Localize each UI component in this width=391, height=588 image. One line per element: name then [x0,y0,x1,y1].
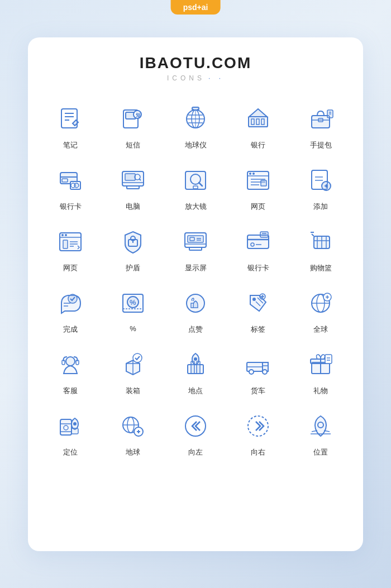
icon-item-earth: 地球 [102,403,164,464]
svg-point-142 [248,416,268,436]
icon-item-add: 添加 [289,157,352,218]
icon-label-sms: 短信 [126,140,140,150]
svg-rect-16 [192,107,199,110]
icon-label-webpage: 网页 [251,202,265,212]
positioning-icon [56,412,85,443]
icon-item-positioning: 定位 [39,403,102,464]
brand-title: IBAOTU.COM [140,54,251,72]
icon-label-bankcard: 银行卡 [60,202,82,212]
icon-item-left: 向左 [164,403,227,464]
icon-label-bankcard2: 银行卡 [247,263,269,273]
globe-icon [181,104,210,136]
bankcard2-icon [244,227,273,259]
svg-point-62 [65,234,67,236]
icon-label-truck: 货车 [251,386,265,396]
icon-item-bankcard: 银行卡 [39,157,102,218]
svg-point-113 [133,353,142,362]
icon-label-right: 向右 [251,447,265,457]
sms-icon: 短 [118,104,147,136]
icon-label-percent: % [130,324,136,333]
svg-rect-38 [125,174,135,180]
packing-icon [118,350,147,381]
gift-icon [306,350,335,381]
svg-rect-72 [189,247,202,250]
svg-text:%: % [130,298,136,307]
icon-item-packing: 装箱 [102,341,164,403]
top-badge: psd+ai [171,0,221,15]
icon-label-add: 添加 [313,202,328,212]
right-icon [244,412,273,443]
cart-icon [306,227,335,259]
icon-item-truck: 货车 [227,341,289,403]
bankcard-icon [56,166,85,197]
icons-grid: 笔记短短信地球仪银行手提包银行卡电脑放大镜网页添加网页护盾显示屏银行卡购物篮完成… [39,95,352,464]
svg-point-48 [252,173,255,175]
icon-item-gift: 礼物 [289,341,352,403]
svg-point-110 [66,357,75,366]
icon-label-cart: 购物篮 [310,263,332,273]
magnifier-icon [181,166,210,197]
location-icon [181,350,210,381]
icon-item-tag: 标签 [227,280,289,341]
svg-point-120 [263,370,267,374]
display-icon [181,227,210,259]
icon-item-sms: 短短信 [102,95,164,157]
svg-point-47 [249,173,251,175]
icon-item-bankcard2: 银行卡 [227,218,289,280]
percent-icon: % [118,289,147,320]
icon-label-done: 完成 [63,324,78,334]
icon-label-earth: 地球 [126,447,140,457]
icon-label-note: 笔记 [63,140,78,150]
icon-label-globe: 地球仪 [185,140,207,150]
icon-label-handbag: 手提包 [310,140,332,150]
truck-icon [244,350,273,381]
icon-item-display: 显示屏 [164,218,227,280]
svg-rect-63 [63,240,68,248]
icon-item-global: 全球 [289,280,352,341]
svg-rect-129 [60,419,71,435]
webpage2-icon [56,227,85,259]
done-icon [56,289,85,320]
icon-label-service: 客服 [63,386,78,396]
icon-item-service: 客服 [39,341,102,403]
icon-item-computer: 电脑 [102,157,164,218]
svg-rect-114 [188,365,203,374]
svg-point-61 [61,234,64,236]
icon-label-display: 显示屏 [185,263,207,273]
icon-item-right: 向右 [227,403,289,464]
icon-label-computer: 电脑 [126,202,140,212]
svg-rect-126 [325,355,332,364]
shield-icon [118,227,147,259]
computer-icon [118,166,147,197]
icon-item-webpage: 网页 [227,157,289,218]
svg-point-117 [194,357,197,361]
svg-point-34 [74,183,79,188]
icon-item-webpage2: 网页 [39,218,102,280]
left-icon [181,412,210,443]
icon-label-like: 点赞 [188,324,203,334]
svg-rect-52 [261,180,266,186]
tag-icon [244,289,273,320]
icon-label-tag: 标签 [251,324,265,334]
icon-label-webpage2: 网页 [63,263,78,273]
icon-item-location: 地点 [164,341,227,403]
icon-item-shield: 护盾 [102,218,164,280]
brand-sub: ICONS [167,74,224,82]
icon-item-handbag: 手提包 [289,95,352,157]
handbag-icon [306,104,335,136]
icon-item-percent: %% [102,280,164,341]
global-icon [306,289,335,320]
icon-label-positioning: 定位 [63,447,78,457]
icon-label-packing: 装箱 [126,386,140,396]
icon-label-magnifier: 放大镜 [185,202,207,212]
icon-item-note: 笔记 [39,95,102,157]
icon-item-cart: 购物篮 [289,218,352,280]
icon-item-bank: 银行 [227,95,289,157]
service-icon [56,350,85,381]
icon-label-position: 位置 [313,447,328,457]
icon-label-location: 地点 [188,386,203,396]
note-icon [56,104,85,136]
svg-point-98 [252,298,256,301]
icon-item-globe: 地球仪 [164,95,227,157]
icon-label-global: 全球 [313,324,328,334]
